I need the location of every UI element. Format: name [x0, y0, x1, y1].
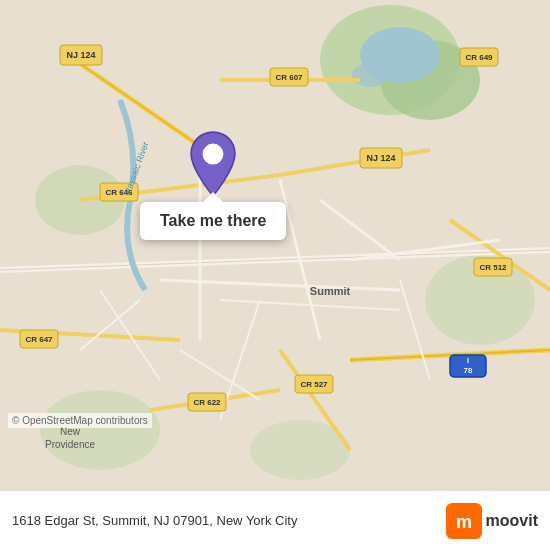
svg-text:CR 647: CR 647 — [25, 335, 53, 344]
callout[interactable]: Take me there — [140, 130, 286, 240]
svg-text:NJ 124: NJ 124 — [66, 50, 95, 60]
svg-text:78: 78 — [464, 366, 473, 375]
svg-point-7 — [40, 390, 160, 470]
svg-text:CR 527: CR 527 — [300, 380, 328, 389]
map-container: NJ 124 CR 607 CR 649 CR 646 NJ 124 CR 51… — [0, 0, 550, 490]
svg-text:Summit: Summit — [310, 285, 351, 297]
svg-text:I: I — [467, 357, 469, 364]
svg-text:CR 649: CR 649 — [465, 53, 493, 62]
address-text: 1618 Edgar St, Summit, NJ 07901, New Yor… — [12, 513, 297, 528]
location-pin-icon — [185, 130, 241, 198]
svg-text:Providence: Providence — [45, 439, 95, 450]
svg-point-58 — [203, 144, 224, 165]
moovit-brand-name: moovit — [486, 512, 538, 530]
take-me-there-label: Take me there — [160, 212, 266, 229]
moovit-logo: m moovit — [446, 503, 538, 539]
svg-text:CR 622: CR 622 — [193, 398, 221, 407]
bottom-bar: 1618 Edgar St, Summit, NJ 07901, New Yor… — [0, 490, 550, 550]
svg-text:CR 512: CR 512 — [479, 263, 507, 272]
svg-text:m: m — [456, 512, 472, 532]
svg-point-4 — [352, 63, 388, 87]
moovit-icon: m — [446, 503, 482, 539]
svg-text:CR 607: CR 607 — [275, 73, 303, 82]
svg-text:NJ 124: NJ 124 — [366, 153, 395, 163]
osm-attribution: © OpenStreetMap contributors — [8, 413, 152, 428]
take-me-there-button[interactable]: Take me there — [140, 202, 286, 240]
